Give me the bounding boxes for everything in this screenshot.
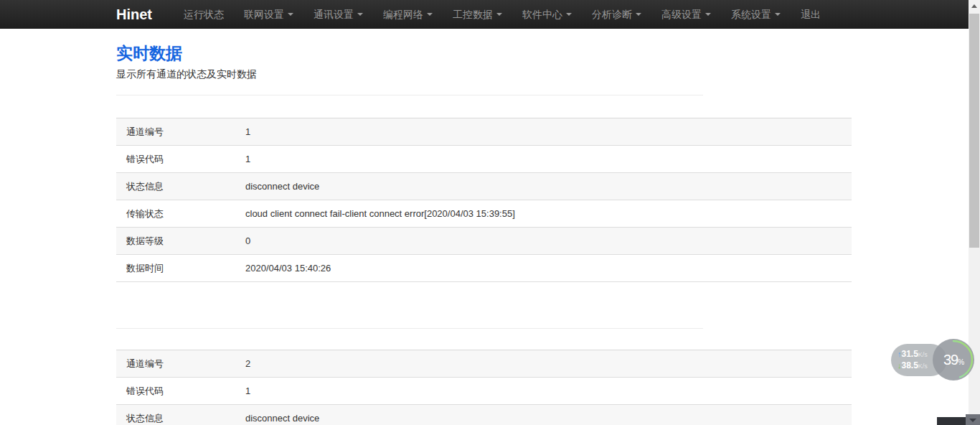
page-title: 实时数据 [116,43,852,63]
upload-speed-value: 31.5 [902,349,918,359]
brand-logo[interactable]: Hinet [116,0,152,29]
row-label: 数据时间 [116,262,245,275]
nav-item-advanced-settings[interactable]: 高级设置 [651,0,721,29]
row-label: 数据等级 [116,235,245,248]
chevron-down-icon [288,13,293,16]
download-speed-value: 38.5 [902,360,918,370]
table-row: 通道编号 1 [116,118,852,146]
nav-item-software-center[interactable]: 软件中心 [512,0,582,29]
row-value: 2020/04/03 15:40:26 [245,263,852,274]
chevron-down-icon [775,13,781,16]
row-label: 错误代码 [116,153,245,166]
nav-item-label: 分析诊断 [592,0,632,29]
row-label: 通道编号 [116,358,245,370]
nav-item-programming-network[interactable]: 编程网络 [373,0,443,29]
row-label: 状态信息 [116,180,245,193]
row-value: 1 [245,154,852,164]
nav-item-comm-settings[interactable]: 通讯设置 [303,0,373,29]
nav-item-run-status[interactable]: 运行状态 [174,0,234,29]
nav-item-industrial-data[interactable]: 工控数据 [443,0,512,29]
row-value: 1 [245,126,852,137]
nav-item-label: 编程网络 [383,0,423,29]
download-speed-unit: K/s [918,363,928,370]
main-content: 实时数据 显示所有通道的状态及实时数据 通道编号 1 错误代码 1 状态信息 d… [116,43,852,425]
chevron-down-icon [427,13,433,16]
nav-item-label: 系统设置 [731,0,771,29]
row-value: 0 [245,235,852,246]
section-divider [116,95,703,95]
channel-1-status-table: 通道编号 1 错误代码 1 状态信息 disconnect device 传输状… [116,118,852,282]
top-navbar: Hinet 运行状态 联网设置 通讯设置 编程网络 工控数据 软件中心 分析诊断… [0,0,969,29]
upload-speed-unit: K/s [918,351,928,358]
page-subtitle: 显示所有通道的状态及实时数据 [116,67,852,80]
percent-sign: % [958,358,963,366]
nav-item-label: 退出 [801,0,821,29]
scrollbar-down-arrow-icon[interactable] [966,414,980,425]
nav-item-label: 运行状态 [184,0,224,29]
row-label: 错误代码 [116,385,245,398]
table-row: 传输状态 cloud client connect fail-client co… [116,200,852,228]
row-value: 2 [245,358,852,369]
table-row: 错误代码 1 [116,146,852,173]
row-value: disconnect device [245,413,852,424]
chevron-down-icon [357,13,363,16]
nav-item-system-settings[interactable]: 系统设置 [721,0,791,29]
table-row: 错误代码 1 [116,378,852,405]
percent-value: 39 [943,352,958,368]
nav-item-label: 软件中心 [522,0,562,29]
table-row: 数据时间 2020/04/03 15:40:26 [116,255,852,282]
section-divider [116,328,703,329]
nav-item-label: 通讯设置 [314,0,354,29]
progress-percent-text: 39% [933,339,974,380]
progress-percent-bubble[interactable]: 39% [933,339,974,380]
nav-item-label: 高级设置 [661,0,702,29]
table-row: 状态信息 disconnect device [116,173,852,200]
table-row: 状态信息 disconnect device [116,405,852,425]
nav-item-network-settings[interactable]: 联网设置 [234,0,303,29]
scrollbar-thumb[interactable] [969,14,979,248]
chevron-down-icon [705,13,711,16]
scrollbar-up-arrow-icon[interactable] [969,0,980,12]
nav-item-analysis-diagnosis[interactable]: 分析诊断 [582,0,651,29]
row-label: 传输状态 [116,207,245,220]
row-value: cloud client connect fail-client connect… [245,208,852,219]
nav-item-logout[interactable]: 退出 [791,0,831,29]
row-label: 通道编号 [116,126,245,139]
chevron-down-icon [636,13,641,16]
channel-2-status-table: 通道编号 2 错误代码 1 状态信息 disconnect device [116,350,852,425]
row-label: 状态信息 [116,412,245,425]
table-row: 数据等级 0 [116,228,852,255]
nav-item-label: 工控数据 [453,0,493,29]
nav-item-label: 联网设置 [244,0,284,29]
chevron-down-icon [566,13,572,16]
row-value: 1 [245,386,852,396]
chevron-down-icon [496,13,502,16]
table-row: 通道编号 2 [116,350,852,378]
row-value: disconnect device [245,181,852,192]
